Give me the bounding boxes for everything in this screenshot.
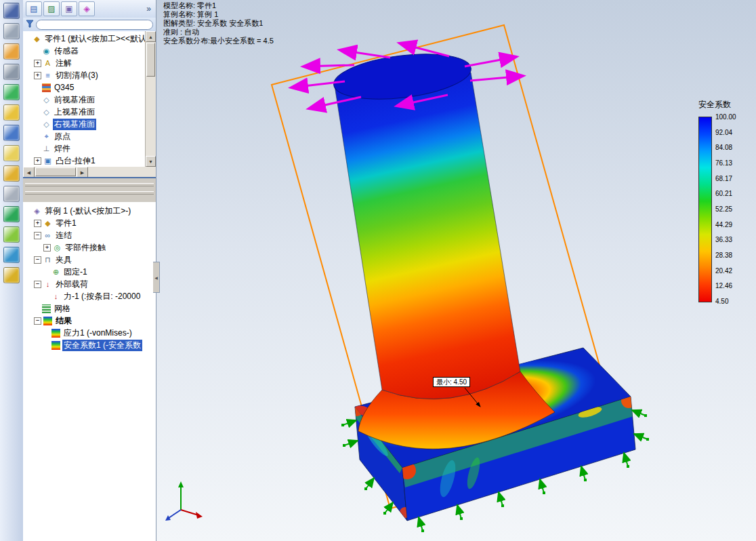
horizontal-scrollbar[interactable]: ◀ ▶	[23, 167, 156, 177]
sensors-icon: ◉	[42, 47, 51, 56]
tree-item-fixed[interactable]: ⊕固定-1	[23, 266, 156, 278]
expand-icon[interactable]: +	[34, 157, 41, 165]
tree-item-plane[interactable]: ◇上视基准面	[23, 106, 146, 118]
tree-item-plane[interactable]: ◇右视基准面	[23, 118, 146, 130]
left-tool-icon-11[interactable]	[3, 206, 20, 222]
fixture-arrow	[634, 434, 648, 439]
left-tool-icon-14[interactable]	[3, 267, 20, 283]
left-tool-icon-1[interactable]	[3, 3, 20, 19]
tree-item-fixtures[interactable]: −⊓夹具	[23, 254, 156, 266]
expand-icon[interactable]: +	[34, 220, 41, 227]
panel-collapse-handle[interactable]: ◀	[153, 262, 160, 293]
splitter-ridge	[25, 191, 154, 195]
tree-item-label[interactable]: 零部件接触	[64, 242, 107, 254]
left-tool-icon-13[interactable]	[3, 247, 20, 263]
left-tool-icon-4[interactable]	[3, 64, 20, 80]
tree-item-label[interactable]: 力-1 (:按条目: -20000	[62, 291, 142, 302]
expand-icon[interactable]: +	[34, 72, 41, 79]
vertical-scrollbar[interactable]: ▲ ▼	[145, 31, 156, 167]
tree-item-annotations[interactable]: +A注解	[23, 57, 146, 69]
tree-item-label[interactable]: 连结	[54, 230, 73, 241]
collapse-icon[interactable]: −	[34, 232, 41, 239]
left-tool-icon-6[interactable]	[3, 104, 20, 121]
collapse-icon[interactable]: −	[34, 256, 41, 264]
tree-item-sensors[interactable]: ◉传感器	[23, 45, 146, 57]
tree-item-part2[interactable]: +◆零件1	[23, 217, 156, 229]
tree-item-loads[interactable]: −↓外部载荷	[23, 278, 156, 290]
tree-item-extrude[interactable]: +▣凸台-拉伸1	[23, 155, 146, 167]
tree-item-label[interactable]: 前视基准面	[53, 94, 96, 106]
collapse-icon[interactable]: −	[34, 281, 41, 288]
left-tool-icon-2[interactable]	[3, 23, 20, 39]
panel-splitter[interactable]	[23, 177, 156, 203]
fixture-arrow	[419, 517, 423, 531]
tree-item-label[interactable]: 传感器	[53, 45, 80, 57]
tree-item-label[interactable]: 上视基准面	[53, 106, 96, 118]
left-tool-icon-7[interactable]	[3, 125, 20, 141]
tree-item-label[interactable]: 焊件	[53, 143, 72, 155]
model-canvas[interactable]	[156, 0, 756, 541]
tree-item-study[interactable]: ◈算例 1 (-默认<按加工>-)	[23, 205, 156, 217]
fixture-arrow	[581, 466, 585, 480]
left-tool-icon-8[interactable]	[3, 145, 20, 161]
tree-item-label[interactable]: 凸台-拉伸1	[54, 155, 97, 167]
tree-item-label[interactable]: 外部载荷	[54, 279, 89, 290]
tree-item-material[interactable]: Q345	[23, 81, 146, 94]
panel-overflow-button[interactable]: »	[144, 4, 153, 14]
tree-item-label[interactable]: 应力1 (-vonMises-)	[62, 327, 133, 339]
fixture-arrow	[344, 441, 358, 445]
left-tool-icon-10[interactable]	[3, 186, 20, 202]
tree-item-label[interactable]: 算例 1 (-默认<按加工>-)	[43, 205, 132, 217]
tree-item-label[interactable]: 网格	[53, 303, 72, 315]
tree-item-label[interactable]: 切割清单(3)	[54, 70, 100, 81]
connections-icon: ∞	[43, 231, 52, 240]
panel-tab-4[interactable]: ◈	[79, 1, 95, 16]
tree-item-mesh[interactable]: 网格	[23, 302, 156, 315]
tree-item-label[interactable]: 结果	[54, 315, 73, 327]
tree-item-part[interactable]: ◆零件1 (默认<按加工><<默认...	[23, 33, 146, 45]
expand-icon[interactable]: +	[34, 60, 41, 67]
material-icon	[42, 83, 51, 92]
fixture-foot	[501, 504, 504, 507]
tree-item-label[interactable]: Q345	[53, 83, 75, 92]
left-tool-icon-12[interactable]	[3, 226, 20, 243]
tree-item-label[interactable]: 固定-1	[62, 266, 89, 278]
tree-item-results[interactable]: −结果	[23, 315, 156, 327]
tree-item-plot[interactable]: 应力1 (-vonMises-)	[23, 327, 156, 339]
scroll-up-button[interactable]: ▲	[146, 31, 156, 42]
panel-tab-3[interactable]: ▣	[61, 1, 77, 16]
tree-item-weldment[interactable]: ⊥焊件	[23, 142, 146, 155]
tree-item-cutlist[interactable]: +≡切割清单(3)	[23, 69, 146, 81]
legend-value: 4.50	[715, 298, 728, 305]
left-tool-icon-3[interactable]	[3, 43, 20, 60]
fixture-arrow	[624, 453, 628, 466]
collapse-icon[interactable]: −	[34, 317, 41, 325]
tree-item-contact[interactable]: +◎零部件接触	[23, 241, 156, 254]
force-arrow	[470, 76, 522, 81]
scrollbar-thumb[interactable]	[35, 167, 76, 176]
panel-tab-1[interactable]: ▤	[26, 1, 42, 16]
left-tool-icon-9[interactable]	[3, 165, 20, 182]
left-tool-icon-5[interactable]	[3, 84, 20, 100]
tree-item-plot[interactable]: 安全系数1 (-安全系数	[23, 339, 156, 351]
expand-icon[interactable]: +	[43, 244, 51, 252]
tree-item-plane[interactable]: ◇前视基准面	[23, 94, 146, 106]
plot-icon	[51, 341, 60, 350]
graphics-viewport[interactable]: 模型名称: 零件1算例名称: 算例 1图解类型: 安全系数 安全系数1准则 : …	[156, 0, 756, 541]
tree-item-origin[interactable]: ⌖原点	[23, 130, 146, 142]
fixture-foot	[644, 414, 647, 417]
panel-tab-2[interactable]: ▨	[43, 1, 60, 16]
scrollbar-thumb[interactable]	[146, 43, 155, 77]
tree-item-label[interactable]: 安全系数1 (-安全系数	[62, 340, 142, 351]
tree-item-force[interactable]: ↓力-1 (:按条目: -20000	[23, 290, 156, 302]
filter-input[interactable]	[36, 20, 153, 30]
scroll-down-button[interactable]: ▼	[146, 156, 156, 167]
tree-item-label[interactable]: 零件1	[54, 218, 78, 229]
tree-item-label[interactable]: 零件1 (默认<按加工><<默认...	[43, 33, 146, 45]
results-icon	[43, 317, 52, 325]
tree-item-label[interactable]: 夹具	[54, 254, 73, 266]
tree-item-connections[interactable]: −∞连结	[23, 229, 156, 241]
tree-item-label[interactable]: 右视基准面	[53, 119, 96, 130]
tree-item-label[interactable]: 注解	[54, 58, 73, 69]
tree-item-label[interactable]: 原点	[53, 131, 72, 142]
